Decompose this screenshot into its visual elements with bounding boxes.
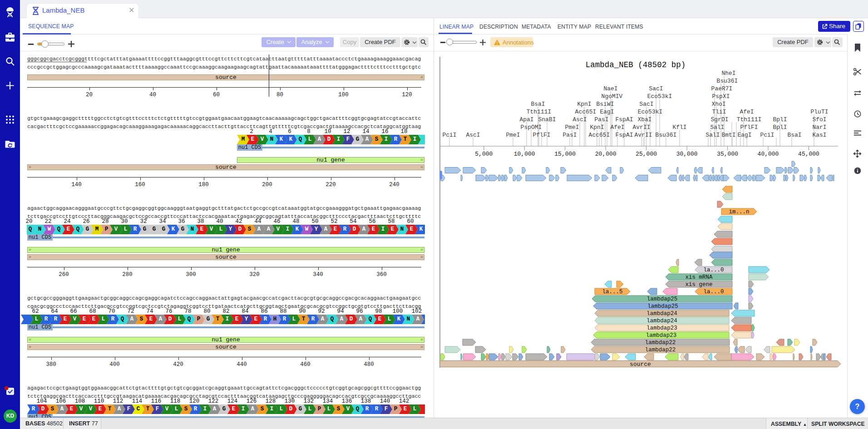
svg-text:SgrDI: SgrDI: [710, 116, 728, 123]
svg-text:PciI: PciI: [760, 132, 774, 138]
svg-text:NarI: NarI: [812, 124, 826, 131]
svg-text:lambdap22: lambdap22: [645, 347, 676, 353]
svg-text:BmtI: BmtI: [721, 132, 735, 138]
svg-text:PasI: PasI: [594, 116, 608, 123]
svg-text:ApaI: ApaI: [519, 116, 533, 123]
svg-text:PflFI: PflFI: [533, 132, 550, 138]
svg-text:BsiWI: BsiWI: [596, 101, 614, 108]
svg-text:PluTI: PluTI: [810, 108, 828, 115]
svg-text:Acc65I: Acc65I: [589, 132, 610, 138]
svg-text:SacI: SacI: [639, 101, 653, 108]
svg-text:SalI: SalI: [705, 132, 720, 138]
svg-text:KflI: KflI: [672, 124, 686, 131]
svg-text:Tth111I: Tth111I: [737, 116, 762, 123]
svg-text:lambdap25: lambdap25: [647, 296, 678, 302]
svg-text:10,000: 10,000: [514, 151, 535, 158]
svg-text:40,000: 40,000: [758, 151, 779, 158]
svg-text:lambdap22: lambdap22: [645, 340, 676, 346]
svg-text:SnaBI: SnaBI: [538, 116, 556, 123]
svg-text:xis gene: xis gene: [685, 281, 712, 288]
svg-text:BsaI: BsaI: [531, 101, 545, 108]
svg-text:la...5: la...5: [602, 289, 622, 295]
svg-text:20,000: 20,000: [595, 151, 616, 158]
svg-text:lambdap24: lambdap24: [646, 318, 677, 324]
svg-text:BplI: BplI: [773, 124, 787, 131]
svg-text:lambdap24: lambdap24: [646, 311, 677, 317]
svg-text:XbaI: XbaI: [637, 116, 651, 123]
svg-text:35,000: 35,000: [717, 151, 738, 158]
svg-text:PasI: PasI: [562, 132, 577, 138]
svg-text:EagI: EagI: [600, 108, 614, 115]
svg-text:PmeI: PmeI: [506, 132, 520, 138]
svg-text:AscI: AscI: [466, 132, 480, 138]
svg-text:la...0: la...0: [703, 267, 724, 273]
svg-text:PmeI: PmeI: [565, 124, 579, 131]
svg-text:PspOMI: PspOMI: [521, 124, 542, 131]
svg-text:Acc65I: Acc65I: [575, 108, 597, 115]
svg-text:Bsu36I: Bsu36I: [656, 132, 677, 138]
svg-text:PciI: PciI: [442, 132, 456, 138]
svg-text:Eco53kI: Eco53kI: [647, 93, 672, 100]
svg-text:KpnI: KpnI: [590, 124, 604, 131]
svg-text:AvrII: AvrII: [634, 132, 652, 138]
svg-text:PflFI: PflFI: [740, 124, 758, 131]
svg-text:source: source: [630, 361, 651, 368]
svg-text:AscI: AscI: [572, 116, 587, 123]
svg-text:lambdap23: lambdap23: [646, 332, 677, 339]
svg-text:NheI: NheI: [721, 70, 735, 77]
svg-text:45,000: 45,000: [798, 151, 819, 158]
svg-text:25,000: 25,000: [636, 151, 657, 158]
svg-text:BplI: BplI: [773, 116, 787, 123]
svg-text:FspAI: FspAI: [615, 116, 633, 123]
svg-text:im...n: im...n: [729, 209, 749, 215]
svg-text:AvrII: AvrII: [632, 124, 650, 131]
svg-text:5,000: 5,000: [475, 151, 493, 158]
svg-text:AfeI: AfeI: [610, 124, 624, 131]
svg-text:XhoI: XhoI: [711, 101, 725, 108]
svg-text:SacI: SacI: [649, 85, 663, 92]
svg-text:BsaI: BsaI: [787, 132, 801, 138]
svg-text:FspAI: FspAI: [615, 132, 633, 138]
svg-text:SfoI: SfoI: [812, 116, 826, 123]
svg-text:Lambda_NEB (48502 bp): Lambda_NEB (48502 bp): [586, 60, 686, 69]
svg-text:Bsu36I: Bsu36I: [717, 78, 738, 84]
svg-text:PspXI: PspXI: [712, 93, 730, 100]
svg-text:NaeI: NaeI: [603, 85, 617, 92]
svg-text:AfeI: AfeI: [740, 108, 754, 115]
svg-text:TliI: TliI: [712, 108, 726, 115]
svg-text:KpnI: KpnI: [577, 101, 591, 108]
svg-text:PaeR7I: PaeR7I: [711, 85, 733, 92]
svg-text:30,000: 30,000: [676, 151, 698, 158]
svg-text:lambdap23: lambdap23: [646, 325, 677, 331]
svg-text:EagI: EagI: [737, 132, 751, 138]
svg-text:xis mRNA: xis mRNA: [685, 274, 713, 281]
svg-text:Eco53kI: Eco53kI: [638, 108, 663, 115]
svg-text:la...0: la...0: [703, 289, 724, 295]
svg-text:lambdap25: lambdap25: [647, 303, 678, 310]
svg-text:KasI: KasI: [812, 132, 826, 138]
svg-text:SalI: SalI: [710, 124, 724, 131]
svg-text:Tth111I: Tth111I: [527, 108, 552, 115]
svg-text:NgoMIV: NgoMIV: [602, 93, 623, 100]
svg-text:15,000: 15,000: [554, 151, 576, 158]
